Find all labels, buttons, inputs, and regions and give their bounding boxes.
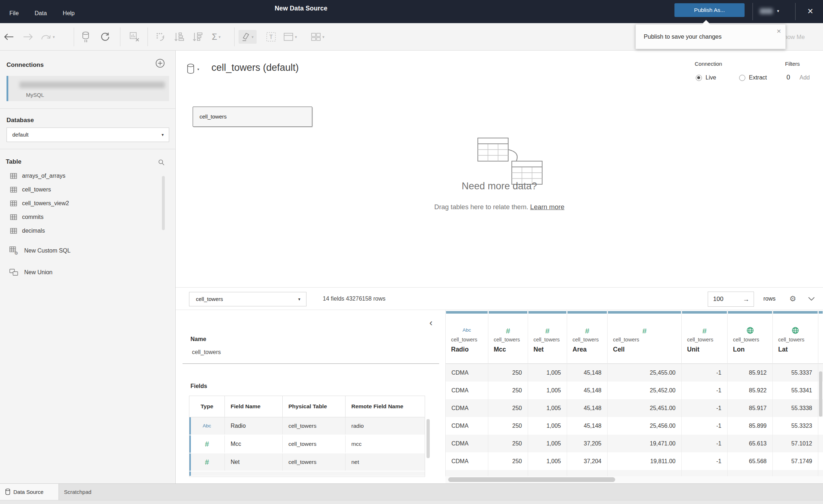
highlight-button[interactable]: ▾ <box>239 23 257 51</box>
column-field-name: Unit <box>682 346 727 353</box>
type-number-icon: # <box>642 327 647 335</box>
fields-table-row[interactable]: #Netcell_towersnet <box>189 453 425 471</box>
grid-cell: 1,005 <box>528 417 567 435</box>
redo-button[interactable] <box>23 23 33 51</box>
grid-column-header[interactable]: cell_towersLon <box>728 310 773 364</box>
text-tool-button[interactable]: T <box>266 23 276 51</box>
datasource-cylinder-icon <box>187 64 195 74</box>
table-list-item[interactable]: arrays_of_arrays <box>0 169 166 183</box>
search-icon[interactable] <box>158 159 165 166</box>
refresh-datasource-button[interactable] <box>100 23 110 51</box>
filters-count: 0 <box>786 74 790 81</box>
grid-column-header[interactable]: #cell_towersNet <box>528 310 567 364</box>
chevron-down-icon: ▾ <box>219 35 221 39</box>
column-type-icon: # <box>608 327 681 335</box>
field-type-cell: Abc <box>189 417 225 435</box>
grid-cell: 45,148 <box>567 399 608 417</box>
connection-item[interactable]: MySQL <box>7 76 169 101</box>
apply-row-count-icon[interactable]: → <box>743 292 749 306</box>
totals-button[interactable]: Σ ▾ <box>212 23 220 51</box>
column-field-name: Area <box>567 346 607 353</box>
column-field-name: Net <box>528 346 567 353</box>
sort-descending-button[interactable] <box>193 23 202 51</box>
fields-table: TypeField NamePhysical TableRemote Field… <box>189 396 425 477</box>
undo-button[interactable] <box>4 23 14 51</box>
fit-view-button[interactable]: ▾ <box>283 23 297 51</box>
sort-ascending-button[interactable] <box>174 23 184 51</box>
column-accent-strip <box>682 311 727 314</box>
new-datasource-button[interactable] <box>82 23 90 51</box>
replay-button[interactable]: ▾ <box>40 23 55 51</box>
grid-column-header[interactable]: #cell_towersCell <box>608 310 682 364</box>
table-list-item[interactable]: decimals <box>0 224 166 238</box>
remote-field-cell: mcc <box>346 435 425 453</box>
grid-column-header[interactable]: #cell_towersUnit <box>682 310 728 364</box>
add-connection-button[interactable] <box>155 59 165 68</box>
menu-data[interactable]: Data <box>35 10 47 17</box>
tab-scratchpad[interactable]: Scratchpad <box>59 484 101 500</box>
physical-table-cell: cell_towers <box>283 417 346 435</box>
show-cards-button[interactable]: ▾ <box>311 23 325 51</box>
grid-column-header[interactable]: #cell_towersMcc <box>488 310 528 364</box>
column-type-icon: # <box>488 327 528 335</box>
column-field-name: Lon <box>728 346 772 353</box>
table-list-item[interactable]: commits <box>0 210 166 224</box>
grid-row[interactable]: CDMA2501,00537,20519,471.00-165.61357.10… <box>446 435 823 452</box>
grid-row[interactable]: CDMA2501,00545,14825,455.00-185.91255.33… <box>446 364 823 382</box>
chevron-down-icon[interactable]: ▾ <box>197 67 199 71</box>
fields-table-row[interactable]: #Mcccell_towersmcc <box>189 435 425 453</box>
canvas-table-node[interactable]: cell_towers <box>193 107 312 127</box>
user-menu[interactable]: ▾ <box>758 7 786 17</box>
group-fields-button[interactable] <box>155 23 166 51</box>
collapse-metadata-icon[interactable]: ‹ <box>429 318 433 327</box>
grid-cell: -1 <box>682 417 728 435</box>
database-select[interactable]: default ▾ <box>7 128 169 142</box>
grid-cell: 65.565 <box>728 470 773 476</box>
column-table-name: cell_towers <box>567 337 607 343</box>
menu-bar: FileDataHelp <box>9 10 74 17</box>
chevron-down-icon[interactable] <box>808 297 815 301</box>
close-window-button[interactable]: × <box>802 0 819 23</box>
grid-row[interactable]: CDMA2501,00545,14825,452.00-185.92255.33… <box>446 382 823 399</box>
connections-header: Connections <box>7 61 44 69</box>
table-list-item[interactable]: cell_towers_view2 <box>0 197 166 210</box>
fields-table-row[interactable]: AbcRadiocell_towersradio <box>189 417 425 435</box>
gear-icon[interactable]: ⚙ <box>789 288 796 310</box>
grid-row[interactable]: CDMA2501,00545,14825,451.00-185.91755.33… <box>446 399 823 417</box>
fields-table-scrollbar[interactable] <box>426 419 430 458</box>
relate-tables-illustration <box>476 136 550 186</box>
tab-data-source[interactable]: Data Source <box>0 484 59 500</box>
grid-vertical-scrollbar[interactable] <box>819 371 822 417</box>
type-number-icon: # <box>545 327 550 335</box>
grid-horizontal-scrollbar-thumb[interactable] <box>448 477 615 482</box>
table-list-item[interactable]: cell_towers <box>0 183 166 197</box>
filters-add-button[interactable]: Add <box>800 74 810 81</box>
grid-cell: 57.1749 <box>773 452 818 470</box>
table-list-scrollbar[interactable] <box>162 176 165 230</box>
table-grid-icon <box>10 187 17 193</box>
new-custom-sql-button[interactable]: ⚙ New Custom SQL <box>9 246 70 255</box>
preview-table-select[interactable]: cell_towers ▾ <box>189 292 307 306</box>
menu-file[interactable]: File <box>9 10 19 17</box>
column-field-name: Mcc <box>488 346 528 353</box>
publish-as-button[interactable]: Publish As... <box>674 3 745 17</box>
grid-column-header[interactable]: #cell_towersArea <box>567 310 608 364</box>
grid-row[interactable]: CDMA2501,00537,20419,863.00-165.56557.17… <box>446 470 823 476</box>
grid-row[interactable]: CDMA2501,00545,14825,456.00-185.89955.33… <box>446 417 823 435</box>
column-table-name: cell_towers <box>608 337 681 343</box>
row-count-box: → <box>708 292 754 307</box>
grid-column-header[interactable]: cell_towersLat <box>773 310 818 364</box>
tooltip-close-icon[interactable]: × <box>777 27 781 35</box>
grid-column-header[interactable]: Abccell_towersRadio <box>446 310 488 364</box>
row-count-input[interactable] <box>712 293 739 305</box>
live-radio[interactable] <box>696 75 702 81</box>
name-value[interactable]: cell_towers <box>192 349 221 356</box>
empty-state-text: Drag tables here to relate them. <box>434 203 528 211</box>
learn-more-link[interactable]: Learn more <box>530 203 565 211</box>
extract-radio[interactable] <box>739 75 745 81</box>
table-label: decimals <box>22 228 45 234</box>
menu-help[interactable]: Help <box>63 10 75 17</box>
clear-sorts-button[interactable] <box>129 23 140 51</box>
new-union-button[interactable]: New Union <box>9 269 52 276</box>
grid-row[interactable]: CDMA2501,00537,20419,811.00-165.56857.17… <box>446 452 823 470</box>
